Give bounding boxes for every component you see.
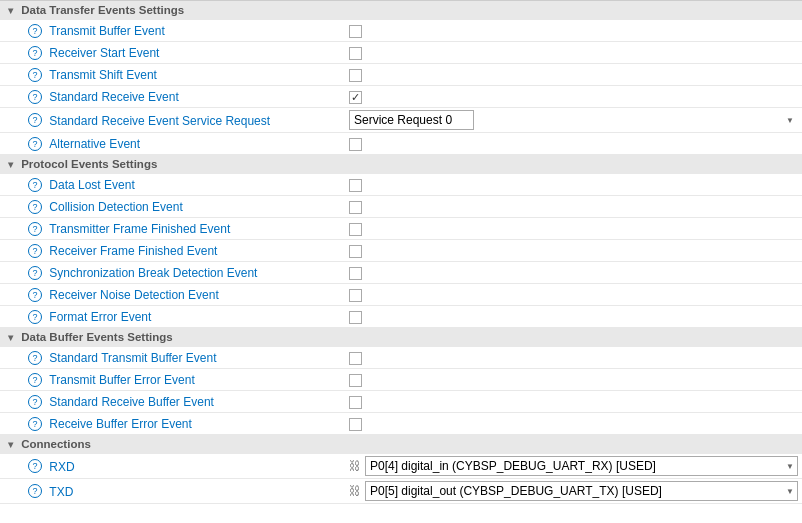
group-label-data-transfer: Data Transfer Events Settings: [21, 4, 184, 16]
group-header-data-buffer-events: ▾ Data Buffer Events Settings: [0, 328, 802, 347]
help-icon-receiver-noise-detection-event[interactable]: ?: [28, 288, 42, 302]
label-cell-transmitter-frame-finished-event: ? Transmitter Frame Finished Event: [0, 218, 345, 240]
label-text-receive-buffer-error-event: Receive Buffer Error Event: [49, 417, 192, 431]
label-text-collision-detection-event: Collision Detection Event: [49, 200, 182, 214]
label-cell-format-error-event: ? Format Error Event: [0, 306, 345, 328]
label-text-standard-transmit-buffer-event: Standard Transmit Buffer Event: [49, 351, 216, 365]
dropdown-standard-receive-event-service-request[interactable]: Service Request 0Service Request 1Servic…: [349, 110, 474, 130]
label-cell-receiver-frame-finished-event: ? Receiver Frame Finished Event: [0, 240, 345, 262]
row-rxd: ? RXD ⛓ P0[4] digital_in (CYBSP_DEBUG_UA…: [0, 454, 802, 479]
label-text-standard-receive-event: Standard Receive Event: [49, 90, 178, 104]
help-icon-synchronization-break-detection-event[interactable]: ?: [28, 266, 42, 280]
checkbox-standard-receive-event[interactable]: [349, 91, 362, 104]
connection-dropdown-rxd[interactable]: P0[4] digital_in (CYBSP_DEBUG_UART_RX) […: [365, 456, 798, 476]
label-text-receiver-frame-finished-event: Receiver Frame Finished Event: [49, 244, 217, 258]
checkbox-synchronization-break-detection-event[interactable]: [349, 267, 362, 280]
label-cell-transmit-buffer-error-event: ? Transmit Buffer Error Event: [0, 369, 345, 391]
row-standard-receive-event: ? Standard Receive Event: [0, 86, 802, 108]
checkbox-receiver-start-event[interactable]: [349, 47, 362, 60]
value-cell-collision-detection-event: [345, 196, 802, 218]
expand-icon[interactable]: ▾: [8, 159, 18, 170]
row-transmitter-frame-finished-event: ? Transmitter Frame Finished Event: [0, 218, 802, 240]
value-cell-rxd: ⛓ P0[4] digital_in (CYBSP_DEBUG_UART_RX)…: [345, 454, 802, 479]
group-header-protocol-events: ▾ Protocol Events Settings: [0, 155, 802, 174]
group-header-connections: ▾ Connections: [0, 435, 802, 454]
label-text-transmit-shift-event: Transmit Shift Event: [49, 68, 157, 82]
checkbox-receive-buffer-error-event[interactable]: [349, 418, 362, 431]
help-icon-receiver-start-event[interactable]: ?: [28, 46, 42, 60]
help-icon-standard-receive-event-service-request[interactable]: ?: [28, 113, 42, 127]
row-transmit-buffer-event: ? Transmit Buffer Event: [0, 20, 802, 42]
expand-icon[interactable]: ▾: [8, 332, 18, 343]
label-cell-receiver-start-event: ? Receiver Start Event: [0, 42, 345, 64]
checkbox-standard-receive-buffer-event[interactable]: [349, 396, 362, 409]
value-cell-transmitter-frame-finished-event: [345, 218, 802, 240]
link-icon-rxd: ⛓: [349, 459, 361, 473]
row-transmit-buffer-error-event: ? Transmit Buffer Error Event: [0, 369, 802, 391]
checkbox-alternative-event[interactable]: [349, 138, 362, 151]
label-cell-receive-buffer-error-event: ? Receive Buffer Error Event: [0, 413, 345, 435]
label-text-alternative-event: Alternative Event: [49, 137, 140, 151]
help-icon-receive-buffer-error-event[interactable]: ?: [28, 417, 42, 431]
connection-dropdown-txd[interactable]: P0[5] digital_out (CYBSP_DEBUG_UART_TX) …: [365, 481, 798, 501]
checkbox-collision-detection-event[interactable]: [349, 201, 362, 214]
value-cell-transmit-buffer-error-event: [345, 369, 802, 391]
label-text-transmitter-frame-finished-event: Transmitter Frame Finished Event: [49, 222, 230, 236]
row-receiver-frame-finished-event: ? Receiver Frame Finished Event: [0, 240, 802, 262]
group-label-protocol-events: Protocol Events Settings: [21, 158, 157, 170]
checkbox-data-lost-event[interactable]: [349, 179, 362, 192]
dropdown-wrapper-standard-receive-event-service-request: Service Request 0Service Request 1Servic…: [349, 110, 798, 130]
help-icon-standard-transmit-buffer-event[interactable]: ?: [28, 351, 42, 365]
label-cell-synchronization-break-detection-event: ? Synchronization Break Detection Event: [0, 262, 345, 284]
value-cell-standard-receive-event: [345, 86, 802, 108]
help-icon-txd[interactable]: ?: [28, 484, 42, 498]
help-icon-transmit-buffer-error-event[interactable]: ?: [28, 373, 42, 387]
help-icon-standard-receive-event[interactable]: ?: [28, 90, 42, 104]
help-icon-alternative-event[interactable]: ?: [28, 137, 42, 151]
value-cell-receiver-start-event: [345, 42, 802, 64]
help-icon-transmitter-frame-finished-event[interactable]: ?: [28, 222, 42, 236]
help-icon-transmit-buffer-event[interactable]: ?: [28, 24, 42, 38]
help-icon-collision-detection-event[interactable]: ?: [28, 200, 42, 214]
value-cell-transmit-buffer-event: [345, 20, 802, 42]
label-cell-transmit-buffer-event: ? Transmit Buffer Event: [0, 20, 345, 42]
checkbox-transmit-shift-event[interactable]: [349, 69, 362, 82]
checkbox-receiver-frame-finished-event[interactable]: [349, 245, 362, 258]
label-cell-collision-detection-event: ? Collision Detection Event: [0, 196, 345, 218]
row-standard-transmit-buffer-event: ? Standard Transmit Buffer Event: [0, 347, 802, 369]
help-icon-data-lost-event[interactable]: ?: [28, 178, 42, 192]
checkbox-transmit-buffer-error-event[interactable]: [349, 374, 362, 387]
label-text-transmit-buffer-event: Transmit Buffer Event: [49, 24, 164, 38]
connection-value-rxd: ⛓ P0[4] digital_in (CYBSP_DEBUG_UART_RX)…: [349, 456, 798, 476]
label-text-standard-receive-buffer-event: Standard Receive Buffer Event: [49, 395, 214, 409]
row-collision-detection-event: ? Collision Detection Event: [0, 196, 802, 218]
label-text-synchronization-break-detection-event: Synchronization Break Detection Event: [49, 266, 257, 280]
value-cell-receiver-noise-detection-event: [345, 284, 802, 306]
help-icon-format-error-event[interactable]: ?: [28, 310, 42, 324]
value-cell-standard-transmit-buffer-event: [345, 347, 802, 369]
help-icon-receiver-frame-finished-event[interactable]: ?: [28, 244, 42, 258]
label-cell-standard-receive-buffer-event: ? Standard Receive Buffer Event: [0, 391, 345, 413]
label-cell-alternative-event: ? Alternative Event: [0, 133, 345, 155]
checkbox-transmit-buffer-event[interactable]: [349, 25, 362, 38]
checkbox-format-error-event[interactable]: [349, 311, 362, 324]
expand-icon[interactable]: ▾: [8, 439, 18, 450]
value-cell-txd: ⛓ P0[5] digital_out (CYBSP_DEBUG_UART_TX…: [345, 479, 802, 504]
row-txd: ? TXD ⛓ P0[5] digital_out (CYBSP_DEBUG_U…: [0, 479, 802, 504]
label-text-receiver-start-event: Receiver Start Event: [49, 46, 159, 60]
label-text-transmit-buffer-error-event: Transmit Buffer Error Event: [49, 373, 194, 387]
help-icon-standard-receive-buffer-event[interactable]: ?: [28, 395, 42, 409]
row-receiver-noise-detection-event: ? Receiver Noise Detection Event: [0, 284, 802, 306]
settings-table: ▾ Data Transfer Events Settings ? Transm…: [0, 0, 802, 504]
checkbox-receiver-noise-detection-event[interactable]: [349, 289, 362, 302]
expand-icon[interactable]: ▾: [8, 5, 18, 16]
group-header-data-transfer: ▾ Data Transfer Events Settings: [0, 1, 802, 20]
help-icon-transmit-shift-event[interactable]: ?: [28, 68, 42, 82]
row-alternative-event: ? Alternative Event: [0, 133, 802, 155]
checkbox-transmitter-frame-finished-event[interactable]: [349, 223, 362, 236]
value-cell-data-lost-event: [345, 174, 802, 196]
checkbox-standard-transmit-buffer-event[interactable]: [349, 352, 362, 365]
label-cell-rxd: ? RXD: [0, 454, 345, 479]
row-receive-buffer-error-event: ? Receive Buffer Error Event: [0, 413, 802, 435]
help-icon-rxd[interactable]: ?: [28, 459, 42, 473]
